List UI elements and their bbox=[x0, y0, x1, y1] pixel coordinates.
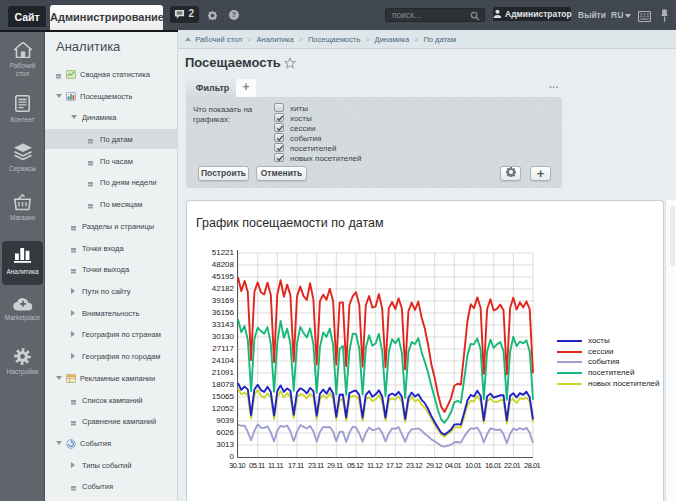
svg-text:?: ? bbox=[232, 11, 236, 18]
